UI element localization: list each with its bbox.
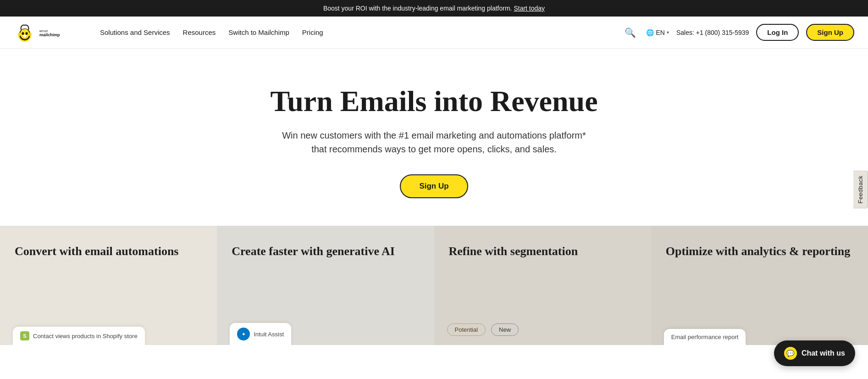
- signup-button-hero[interactable]: Sign Up: [400, 174, 468, 198]
- nav-link-switch[interactable]: Switch to Mailchimp: [224, 25, 294, 40]
- shopify-icon: S: [20, 331, 29, 340]
- automations-card-bottom: S Contact views products in Shopify stor…: [0, 327, 217, 345]
- svg-text:mailchimp: mailchimp: [39, 32, 60, 37]
- ai-card-bottom: ✦ Intuit Assist: [217, 323, 434, 345]
- feature-title-automations: Convert with email automations: [15, 244, 202, 259]
- hero-section: Turn Emails into Revenue Win new custome…: [0, 49, 868, 226]
- search-button[interactable]: 🔍: [622, 24, 639, 41]
- intuit-assist-badge: ✦ Intuit Assist: [230, 323, 291, 345]
- nav-item-solutions[interactable]: Solutions and Services: [95, 25, 175, 40]
- chat-widget[interactable]: 💬 Chat with us: [774, 340, 855, 345]
- feature-card-segmentation: Refine with segmentation Potential New: [434, 226, 651, 345]
- mailchimp-wordmark: INTUIT mailchimp: [39, 26, 81, 39]
- mailchimp-logo-icon: [14, 22, 36, 44]
- email-report-text: Email performance report: [671, 334, 739, 340]
- hero-subheading: Win new customers with the #1 email mark…: [282, 128, 586, 156]
- globe-icon: 🌐: [646, 29, 654, 36]
- feature-card-automations: Convert with email automations S Contact…: [0, 226, 217, 345]
- chevron-down-icon: ▾: [667, 30, 669, 35]
- nav-item-switch[interactable]: Switch to Mailchimp: [224, 25, 294, 40]
- search-icon: 🔍: [625, 28, 636, 38]
- email-report-badge: Email performance report: [664, 329, 746, 345]
- sales-phone: Sales: +1 (800) 315-5939: [676, 29, 749, 36]
- segment-badges: Potential New: [434, 323, 532, 345]
- intuit-icon: ✦: [237, 328, 250, 340]
- top-banner: Boost your ROI with the industry-leading…: [0, 0, 868, 17]
- nav-item-resources[interactable]: Resources: [178, 25, 221, 40]
- nav-link-solutions[interactable]: Solutions and Services: [95, 25, 175, 40]
- nav-item-pricing[interactable]: Pricing: [298, 25, 328, 40]
- nav-link-pricing[interactable]: Pricing: [298, 25, 328, 40]
- svg-point-2: [20, 29, 29, 39]
- svg-point-3: [22, 32, 24, 35]
- banner-text: Boost your ROI with the industry-leading…: [323, 5, 512, 12]
- logo[interactable]: INTUIT mailchimp: [14, 22, 81, 44]
- svg-point-5: [23, 34, 27, 37]
- shopify-badge-text: Contact views products in Shopify store: [33, 333, 138, 340]
- feedback-tab[interactable]: Feedback: [853, 170, 868, 208]
- feature-card-analytics: Optimize with analytics & reporting Emai…: [651, 226, 868, 345]
- features-section: Convert with email automations S Contact…: [0, 226, 868, 345]
- feedback-tab-wrapper: Feedback: [853, 170, 868, 208]
- feature-title-segmentation: Refine with segmentation: [449, 244, 636, 259]
- segment-badge-potential: Potential: [447, 323, 486, 336]
- lang-label: EN: [656, 29, 664, 36]
- feature-title-ai: Create faster with generative AI: [232, 244, 419, 259]
- nav-links: Solutions and Services Resources Switch …: [95, 25, 328, 40]
- svg-point-9: [29, 33, 31, 35]
- intuit-assist-text: Intuit Assist: [254, 331, 284, 338]
- svg-text:INTUIT: INTUIT: [39, 29, 48, 32]
- feature-card-ai: Create faster with generative AI ✦ Intui…: [217, 226, 434, 345]
- nav-link-resources[interactable]: Resources: [178, 25, 221, 40]
- feature-title-analytics: Optimize with analytics & reporting: [666, 244, 853, 259]
- navbar-right: 🔍 🌐 EN ▾ Sales: +1 (800) 315-5939 Log In…: [622, 24, 854, 41]
- navbar-left: INTUIT mailchimp Solutions and Services …: [14, 22, 328, 44]
- shopify-badge: S Contact views products in Shopify stor…: [13, 327, 145, 345]
- banner-link[interactable]: Start today: [514, 5, 545, 12]
- login-button[interactable]: Log In: [756, 24, 799, 41]
- hero-heading: Turn Emails into Revenue: [270, 85, 597, 117]
- segment-badge-new: New: [491, 323, 519, 336]
- svg-point-4: [26, 32, 28, 35]
- svg-point-8: [18, 33, 20, 35]
- navbar: INTUIT mailchimp Solutions and Services …: [0, 17, 868, 49]
- signup-button-nav[interactable]: Sign Up: [806, 24, 854, 41]
- language-selector[interactable]: 🌐 EN ▾: [646, 29, 669, 36]
